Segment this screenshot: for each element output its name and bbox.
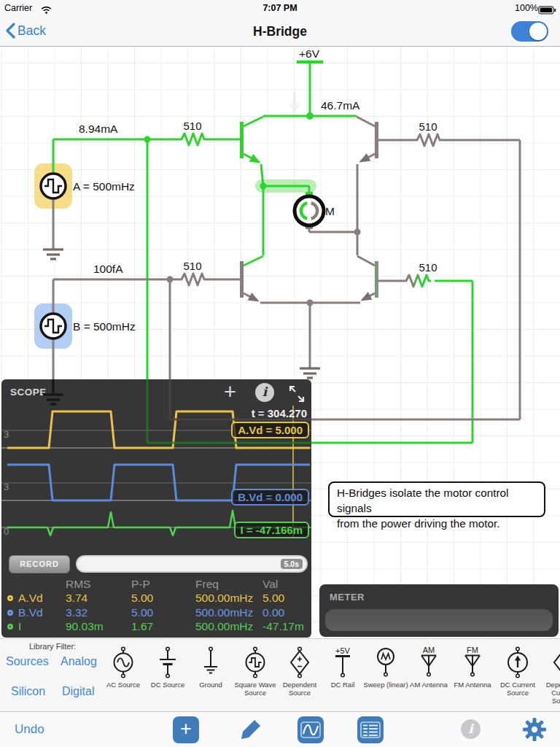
am-antenna-icon: AM bbox=[412, 646, 446, 679]
column-header: P-P bbox=[131, 578, 195, 591]
gear-icon bbox=[522, 717, 547, 742]
battery-percent-label: 100% bbox=[515, 3, 538, 13]
filter-silicon[interactable]: Silicon bbox=[11, 685, 45, 698]
column-header: Freq bbox=[195, 578, 262, 591]
navigation-bar: Carrier 7:07 PM 100% Back H-Bridge bbox=[0, 0, 560, 47]
pencil-icon bbox=[239, 718, 262, 741]
component-library-bar: Library Filter: Sources Analog Silicon D… bbox=[0, 638, 560, 711]
library-item-ground[interactable]: Ground bbox=[187, 646, 234, 689]
svg-text:AM: AM bbox=[423, 646, 435, 654]
filter-analog[interactable]: Analog bbox=[61, 655, 97, 668]
info-button[interactable]: i bbox=[461, 719, 481, 739]
simulation-toggle[interactable] bbox=[511, 21, 548, 42]
page-title: H-Bridge bbox=[0, 24, 560, 39]
dc-current-source-icon bbox=[501, 646, 534, 679]
settings-gear-button[interactable] bbox=[522, 717, 547, 745]
scope-badge-i[interactable]: I = -47.166m bbox=[234, 522, 309, 538]
trace-color-icon bbox=[7, 610, 13, 616]
scope-badge-b[interactable]: B.Vd = 0.000 bbox=[231, 489, 309, 506]
ground-icon bbox=[194, 646, 228, 679]
scope-measurements-table: RMS P-P Freq Val A.Vd 3.745.00 500.00mHz… bbox=[6, 577, 309, 634]
dc-rail-icon: +5V bbox=[326, 646, 359, 679]
sweep-icon bbox=[369, 646, 402, 679]
library-item-dc-source[interactable]: DC Source bbox=[144, 646, 191, 689]
trace-color-icon bbox=[7, 595, 13, 601]
app-window: Carrier 7:07 PM 100% Back H-Bridge bbox=[0, 0, 560, 747]
scope-time-readout: t = 304.270 bbox=[252, 407, 307, 419]
bottom-toolbar: Undo + i bbox=[0, 711, 560, 747]
scope-badge-a[interactable]: A.Vd = 5.000 bbox=[231, 422, 309, 438]
scope-add-button[interactable]: + bbox=[224, 380, 236, 404]
record-button[interactable]: RECORD bbox=[9, 555, 70, 573]
sine-wave-icon bbox=[298, 716, 324, 743]
dependent-source-icon bbox=[283, 646, 316, 679]
svg-text:FM: FM bbox=[467, 646, 478, 654]
library-item-ac-source[interactable]: AC Source bbox=[100, 646, 147, 689]
library-item-am-antenna[interactable]: AM AM Antenna bbox=[405, 646, 452, 689]
meter-display bbox=[325, 609, 553, 631]
library-item-dependent-source[interactable]: Dependent Source bbox=[276, 646, 323, 697]
record-duration-badge: 5.0s bbox=[281, 559, 303, 569]
info-icon[interactable]: i bbox=[255, 383, 274, 402]
undo-button[interactable]: Undo bbox=[15, 722, 44, 737]
library-item-dc-current-source[interactable]: DC Current Source bbox=[494, 646, 541, 697]
filter-digital[interactable]: Digital bbox=[62, 685, 94, 698]
meter-panel[interactable]: METER bbox=[319, 584, 559, 637]
ac-source-icon bbox=[106, 646, 140, 679]
library-item-square-wave-source[interactable]: Square Wave Source bbox=[232, 646, 279, 697]
filter-sources[interactable]: Sources bbox=[6, 655, 49, 668]
values-list-button[interactable] bbox=[357, 716, 384, 743]
scope-scale-a: 3 bbox=[4, 429, 9, 440]
dc-source-icon bbox=[151, 646, 184, 679]
battery-icon bbox=[538, 4, 556, 18]
library-item-sweep[interactable]: Sweep (linear) bbox=[362, 646, 409, 689]
record-progress-bar[interactable]: 5.0s bbox=[76, 555, 308, 573]
expand-icon[interactable] bbox=[287, 384, 306, 406]
library-filter-label: Library Filter: bbox=[29, 642, 76, 651]
dependent-current-source-icon bbox=[546, 646, 560, 679]
svg-text:+5V: +5V bbox=[335, 646, 351, 655]
meter-title: METER bbox=[330, 592, 365, 603]
column-header: Val bbox=[262, 578, 309, 591]
annotation-line1: H-Bridges isolate the motor control sign… bbox=[337, 485, 544, 516]
scope-title: SCOPE bbox=[10, 387, 47, 398]
scope-scale-b: 3 bbox=[4, 481, 9, 492]
edit-pencil-button[interactable] bbox=[239, 718, 262, 744]
library-item-fm-antenna[interactable]: FM FM Antenna bbox=[449, 646, 496, 689]
scope-view-button[interactable] bbox=[298, 716, 324, 743]
column-header: RMS bbox=[66, 578, 131, 591]
add-component-button[interactable]: + bbox=[173, 716, 199, 743]
trace-color-icon bbox=[7, 624, 13, 630]
square-wave-source-icon bbox=[238, 646, 272, 679]
list-icon bbox=[357, 716, 384, 743]
fm-antenna-icon: FM bbox=[456, 646, 489, 679]
annotation-note[interactable]: H-Bridges isolate the motor control sign… bbox=[328, 481, 545, 517]
library-item-dc-rail[interactable]: +5V DC Rail bbox=[319, 646, 366, 689]
annotation-line2: from the power driving the motor. bbox=[337, 516, 544, 531]
clock-label: 7:07 PM bbox=[0, 3, 560, 13]
toggle-knob bbox=[529, 23, 547, 40]
library-item-dependent-current-source[interactable]: Dependent Current Source bbox=[540, 646, 560, 705]
scope-panel[interactable]: 3 3 0 SCOPE + i t = 304.270 A.Vd = 5.000… bbox=[1, 379, 311, 638]
